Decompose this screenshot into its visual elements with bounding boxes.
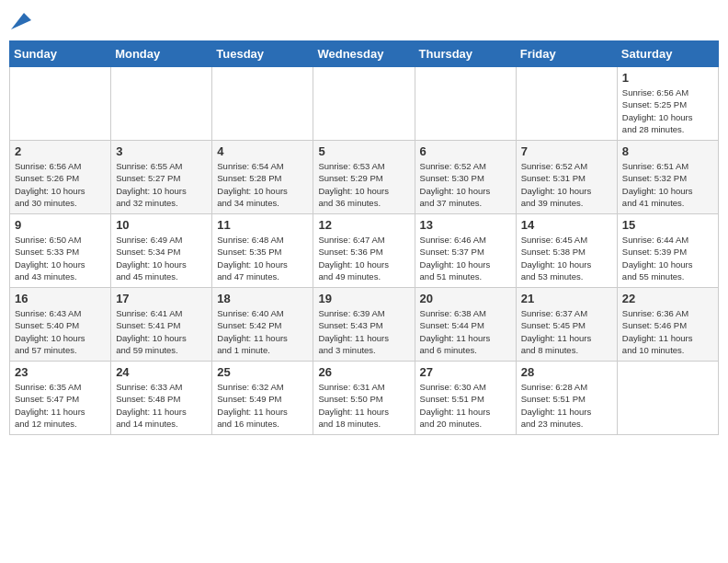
table-row xyxy=(617,362,718,435)
col-saturday: Saturday xyxy=(617,41,718,67)
day-info: Sunrise: 6:40 AM Sunset: 5:42 PM Dayligh… xyxy=(217,307,308,356)
table-row xyxy=(313,67,415,141)
day-number: 4 xyxy=(217,144,308,158)
table-row: 17Sunrise: 6:41 AM Sunset: 5:41 PM Dayli… xyxy=(111,288,212,362)
day-info: Sunrise: 6:31 AM Sunset: 5:50 PM Dayligh… xyxy=(318,381,409,430)
day-info: Sunrise: 6:47 AM Sunset: 5:36 PM Dayligh… xyxy=(318,234,409,282)
header xyxy=(9,9,719,33)
day-number: 5 xyxy=(318,144,409,158)
table-row: 22Sunrise: 6:36 AM Sunset: 5:46 PM Dayli… xyxy=(617,288,718,362)
day-number: 10 xyxy=(116,218,207,232)
day-number: 27 xyxy=(420,365,511,379)
day-info: Sunrise: 6:30 AM Sunset: 5:51 PM Dayligh… xyxy=(420,381,511,430)
logo xyxy=(9,13,31,29)
day-number: 8 xyxy=(622,144,713,158)
day-number: 13 xyxy=(420,218,511,232)
day-number: 1 xyxy=(622,71,713,85)
page-wrapper: Sunday Monday Tuesday Wednesday Thursday… xyxy=(9,9,719,435)
table-row: 10Sunrise: 6:49 AM Sunset: 5:34 PM Dayli… xyxy=(111,214,212,288)
table-row: 1Sunrise: 6:56 AM Sunset: 5:25 PM Daylig… xyxy=(617,67,718,141)
table-row: 27Sunrise: 6:30 AM Sunset: 5:51 PM Dayli… xyxy=(415,362,516,435)
day-number: 24 xyxy=(116,365,207,379)
day-info: Sunrise: 6:32 AM Sunset: 5:49 PM Dayligh… xyxy=(217,381,308,430)
table-row: 11Sunrise: 6:48 AM Sunset: 5:35 PM Dayli… xyxy=(212,214,313,288)
day-number: 15 xyxy=(622,218,713,232)
svg-marker-0 xyxy=(11,13,31,29)
col-sunday: Sunday xyxy=(10,41,111,67)
col-wednesday: Wednesday xyxy=(313,41,415,67)
day-number: 21 xyxy=(521,292,612,305)
table-row: 18Sunrise: 6:40 AM Sunset: 5:42 PM Dayli… xyxy=(212,288,313,362)
day-number: 23 xyxy=(15,365,106,379)
day-info: Sunrise: 6:36 AM Sunset: 5:46 PM Dayligh… xyxy=(622,307,713,356)
table-row: 7Sunrise: 6:52 AM Sunset: 5:31 PM Daylig… xyxy=(516,141,617,214)
day-info: Sunrise: 6:50 AM Sunset: 5:33 PM Dayligh… xyxy=(15,234,106,282)
table-row xyxy=(111,67,212,141)
table-row: 4Sunrise: 6:54 AM Sunset: 5:28 PM Daylig… xyxy=(212,141,313,214)
day-number: 6 xyxy=(420,144,511,158)
day-number: 17 xyxy=(116,292,207,305)
day-info: Sunrise: 6:46 AM Sunset: 5:37 PM Dayligh… xyxy=(420,234,511,282)
day-number: 18 xyxy=(217,292,308,305)
table-row: 3Sunrise: 6:55 AM Sunset: 5:27 PM Daylig… xyxy=(111,141,212,214)
day-info: Sunrise: 6:52 AM Sunset: 5:30 PM Dayligh… xyxy=(420,160,511,209)
table-row xyxy=(10,67,111,141)
table-row xyxy=(415,67,516,141)
table-row: 21Sunrise: 6:37 AM Sunset: 5:45 PM Dayli… xyxy=(516,288,617,362)
day-info: Sunrise: 6:52 AM Sunset: 5:31 PM Dayligh… xyxy=(521,160,612,209)
day-number: 9 xyxy=(15,218,106,232)
table-row: 12Sunrise: 6:47 AM Sunset: 5:36 PM Dayli… xyxy=(313,214,415,288)
day-info: Sunrise: 6:35 AM Sunset: 5:47 PM Dayligh… xyxy=(15,381,106,430)
day-number: 14 xyxy=(521,218,612,232)
table-row: 25Sunrise: 6:32 AM Sunset: 5:49 PM Dayli… xyxy=(212,362,313,435)
day-info: Sunrise: 6:54 AM Sunset: 5:28 PM Dayligh… xyxy=(217,160,308,209)
day-info: Sunrise: 6:53 AM Sunset: 5:29 PM Dayligh… xyxy=(318,160,409,209)
table-row: 13Sunrise: 6:46 AM Sunset: 5:37 PM Dayli… xyxy=(415,214,516,288)
table-row: 20Sunrise: 6:38 AM Sunset: 5:44 PM Dayli… xyxy=(415,288,516,362)
table-row xyxy=(212,67,313,141)
day-info: Sunrise: 6:33 AM Sunset: 5:48 PM Dayligh… xyxy=(116,381,207,430)
col-thursday: Thursday xyxy=(415,41,516,67)
day-info: Sunrise: 6:51 AM Sunset: 5:32 PM Dayligh… xyxy=(622,160,713,209)
day-number: 26 xyxy=(318,365,409,379)
table-row: 14Sunrise: 6:45 AM Sunset: 5:38 PM Dayli… xyxy=(516,214,617,288)
table-row: 23Sunrise: 6:35 AM Sunset: 5:47 PM Dayli… xyxy=(10,362,111,435)
col-tuesday: Tuesday xyxy=(212,41,313,67)
day-info: Sunrise: 6:41 AM Sunset: 5:41 PM Dayligh… xyxy=(116,307,207,356)
table-row: 8Sunrise: 6:51 AM Sunset: 5:32 PM Daylig… xyxy=(617,141,718,214)
logo-icon xyxy=(11,13,31,29)
day-info: Sunrise: 6:43 AM Sunset: 5:40 PM Dayligh… xyxy=(15,307,106,356)
day-number: 16 xyxy=(15,292,106,305)
table-row: 6Sunrise: 6:52 AM Sunset: 5:30 PM Daylig… xyxy=(415,141,516,214)
day-number: 19 xyxy=(318,292,409,305)
day-number: 11 xyxy=(217,218,308,232)
calendar-table: Sunday Monday Tuesday Wednesday Thursday… xyxy=(9,40,719,435)
day-info: Sunrise: 6:45 AM Sunset: 5:38 PM Dayligh… xyxy=(521,234,612,282)
day-number: 12 xyxy=(318,218,409,232)
day-info: Sunrise: 6:39 AM Sunset: 5:43 PM Dayligh… xyxy=(318,307,409,356)
table-row: 28Sunrise: 6:28 AM Sunset: 5:51 PM Dayli… xyxy=(516,362,617,435)
day-number: 22 xyxy=(622,292,713,305)
table-row: 5Sunrise: 6:53 AM Sunset: 5:29 PM Daylig… xyxy=(313,141,415,214)
table-row xyxy=(516,67,617,141)
table-row: 15Sunrise: 6:44 AM Sunset: 5:39 PM Dayli… xyxy=(617,214,718,288)
table-row: 9Sunrise: 6:50 AM Sunset: 5:33 PM Daylig… xyxy=(10,214,111,288)
day-info: Sunrise: 6:28 AM Sunset: 5:51 PM Dayligh… xyxy=(521,381,612,430)
day-info: Sunrise: 6:55 AM Sunset: 5:27 PM Dayligh… xyxy=(116,160,207,209)
table-row: 16Sunrise: 6:43 AM Sunset: 5:40 PM Dayli… xyxy=(10,288,111,362)
table-row: 19Sunrise: 6:39 AM Sunset: 5:43 PM Dayli… xyxy=(313,288,415,362)
header-row: Sunday Monday Tuesday Wednesday Thursday… xyxy=(10,41,719,67)
table-row: 2Sunrise: 6:56 AM Sunset: 5:26 PM Daylig… xyxy=(10,141,111,214)
day-info: Sunrise: 6:48 AM Sunset: 5:35 PM Dayligh… xyxy=(217,234,308,282)
day-number: 2 xyxy=(15,144,106,158)
day-info: Sunrise: 6:37 AM Sunset: 5:45 PM Dayligh… xyxy=(521,307,612,356)
day-number: 7 xyxy=(521,144,612,158)
day-number: 28 xyxy=(521,365,612,379)
day-number: 3 xyxy=(116,144,207,158)
day-number: 20 xyxy=(420,292,511,305)
col-friday: Friday xyxy=(516,41,617,67)
col-monday: Monday xyxy=(111,41,212,67)
day-info: Sunrise: 6:44 AM Sunset: 5:39 PM Dayligh… xyxy=(622,234,713,282)
day-number: 25 xyxy=(217,365,308,379)
day-info: Sunrise: 6:38 AM Sunset: 5:44 PM Dayligh… xyxy=(420,307,511,356)
